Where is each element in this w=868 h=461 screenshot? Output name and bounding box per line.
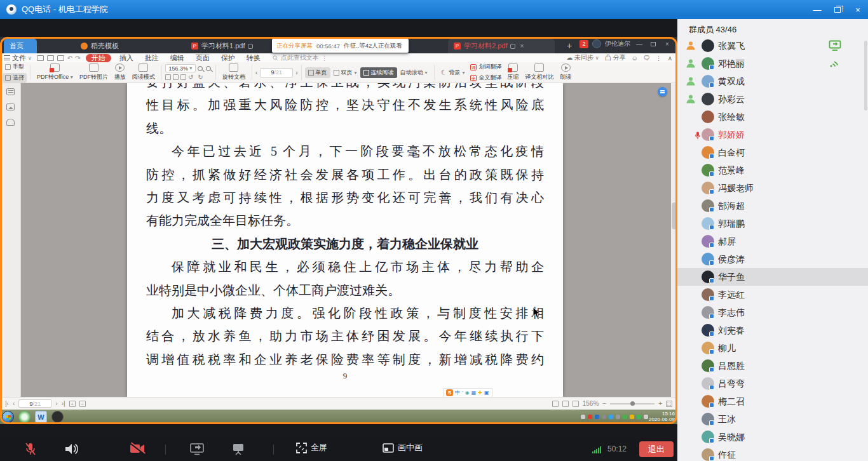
redo-icon[interactable]: ↷ (75, 55, 80, 62)
hand-tool-button[interactable]: 手型 (3, 62, 27, 72)
word-translate-button[interactable]: 译划词翻译 (468, 62, 504, 72)
member-row[interactable]: 冯媛老师 (677, 179, 868, 197)
ime-mic-icon[interactable]: ◉ (465, 390, 470, 396)
rotate-document-button[interactable]: 旋转文档 (219, 63, 248, 81)
next-page-button[interactable]: › (295, 69, 297, 76)
full-translate-button[interactable]: 全全文翻译 (468, 73, 504, 83)
tray-icon[interactable] (588, 415, 592, 419)
ime-mode-icon[interactable]: 中 (455, 389, 460, 396)
member-row[interactable]: 吕恩胜 (677, 357, 868, 375)
add-page-icon[interactable]: + (69, 401, 76, 407)
outline-panel-icon[interactable] (6, 88, 15, 95)
zoom-level-select[interactable]: 156.3%▾ (165, 64, 196, 72)
member-row[interactable]: 吕弯弯 (677, 375, 868, 392)
pdf-minimize-button[interactable]: — (634, 41, 644, 48)
close-tab-icon[interactable]: × (520, 43, 524, 50)
double-page-button[interactable]: 双页 ▾ (330, 67, 360, 78)
robot-icon[interactable]: ☺ (631, 55, 637, 62)
pin-icon[interactable] (248, 44, 253, 49)
pin-icon[interactable] (510, 44, 515, 49)
compress-button[interactable]: 压缩 (504, 63, 522, 81)
ime-punct-icon[interactable]: ’ (462, 390, 463, 396)
taskbar-app-360[interactable] (18, 411, 31, 423)
ime-keyboard-icon[interactable]: ▦ (471, 390, 477, 396)
member-row[interactable]: 郝屏 (677, 232, 868, 250)
document-viewport[interactable]: 要打好蓝天、碧水、净土保卫战，实现污染防治攻坚战阶段性目标。加强重大风险防控，坚… (21, 83, 677, 397)
pdf-to-office-button[interactable]: PDF转Office ▾ (34, 63, 76, 81)
menu-item-页面[interactable]: 页面 (190, 53, 215, 62)
close-button[interactable]: × (848, 0, 868, 19)
member-row[interactable]: 仵征 (677, 446, 868, 461)
status-page-input[interactable]: 9/21 (18, 399, 51, 408)
member-row[interactable]: 郭瑞鹏 (677, 215, 868, 232)
taskbar-clock[interactable]: 15:16 2020-06-09 (649, 411, 675, 422)
member-row[interactable]: 吴晓娜 (677, 428, 868, 446)
fit-page-icon[interactable] (180, 74, 186, 80)
tray-icon[interactable] (623, 415, 627, 419)
remove-page-icon[interactable]: − (79, 401, 86, 407)
page-number-input[interactable]: 9/21 (260, 68, 293, 77)
next-page-button[interactable]: › (55, 400, 57, 407)
new-tab-button[interactable]: + (563, 40, 576, 51)
more-icon[interactable]: ⋮ (322, 55, 328, 62)
zoom-in-icon[interactable] (198, 66, 203, 71)
sync-status[interactable]: ☁ 未同步 ∨ (566, 53, 599, 62)
prev-page-button[interactable]: ‹ (255, 69, 257, 76)
last-page-button[interactable]: ›| (62, 400, 65, 407)
user-avatar[interactable] (592, 39, 601, 48)
zoom-slider[interactable] (610, 403, 654, 404)
fullscreen-button[interactable]: 全屏 (296, 442, 327, 453)
member-row[interactable]: 张翼飞 (677, 37, 868, 55)
pdf-close-button[interactable]: × (662, 41, 672, 48)
member-row[interactable]: 柳儿 (677, 339, 868, 357)
member-row[interactable]: 范景峰 (677, 161, 868, 179)
microphone-muted-button[interactable] (24, 442, 37, 457)
open-icon[interactable] (37, 55, 44, 61)
comment-icon[interactable]: 🗨 (644, 55, 650, 62)
document-scrollbar[interactable] (671, 83, 677, 397)
tray-icon[interactable] (644, 415, 648, 419)
print-icon[interactable] (57, 55, 64, 61)
stamp-panel-icon[interactable] (6, 119, 15, 126)
rotate-right-icon[interactable]: ↻ (198, 74, 203, 81)
select-tool-button[interactable]: 选择 (3, 73, 27, 83)
menu-item-开始[interactable]: 开始 (86, 54, 111, 62)
member-row[interactable]: 郜海超 (677, 197, 868, 215)
zoom-out-button[interactable]: − (602, 400, 606, 407)
member-row[interactable]: 刘宪春 (677, 321, 868, 339)
fullscreen-icon[interactable]: ⛶ (666, 401, 672, 407)
member-row[interactable]: 黄双成 (677, 72, 868, 90)
undo-icon[interactable]: ↶ (67, 55, 72, 62)
read-aloud-button[interactable]: 朗读 (557, 63, 574, 81)
continuous-view-icon[interactable] (573, 401, 579, 407)
play-button[interactable]: 播放 (111, 63, 129, 81)
menu-item-转换[interactable]: 转换 (241, 53, 266, 62)
tray-icon[interactable] (630, 415, 634, 419)
member-row[interactable]: 白金柯 (677, 144, 868, 161)
member-row[interactable]: 李远红 (677, 286, 868, 304)
menu-item-批注[interactable]: 批注 (139, 53, 165, 62)
double-page-view-icon[interactable] (562, 401, 569, 407)
member-row[interactable]: 孙彩云 (677, 90, 868, 108)
read-mode-button[interactable]: 阅读模式 (129, 63, 158, 81)
thumbnail-panel-icon[interactable] (6, 104, 15, 110)
actual-size-icon[interactable] (165, 74, 171, 80)
menu-item-插入[interactable]: 插入 (114, 53, 139, 62)
search-box[interactable]: 点此查找文本 ⋮ (273, 53, 328, 62)
share-button[interactable]: 凸 分享 (605, 53, 626, 62)
single-page-view-icon[interactable] (552, 401, 559, 407)
member-row[interactable]: 郭娇娇 (677, 126, 868, 144)
zoom-out-icon[interactable] (206, 66, 211, 71)
tray-icon[interactable] (637, 415, 641, 419)
camera-off-button[interactable] (129, 442, 146, 455)
start-button[interactable] (2, 411, 14, 423)
more-icon[interactable]: ⋮ (656, 55, 662, 62)
fit-width-icon[interactable] (173, 74, 179, 80)
menu-item-编辑[interactable]: 编辑 (165, 53, 190, 62)
screen-share-button[interactable] (189, 442, 205, 456)
auto-scroll-button[interactable]: 自动滚动 ▾ (397, 67, 431, 78)
pdf-restore-button[interactable] (648, 41, 658, 48)
pip-button[interactable]: 画中画 (383, 442, 423, 453)
tab-4[interactable]: P学习材料2.pdf× (448, 39, 555, 53)
taskbar-app-wps[interactable]: W (35, 411, 47, 423)
